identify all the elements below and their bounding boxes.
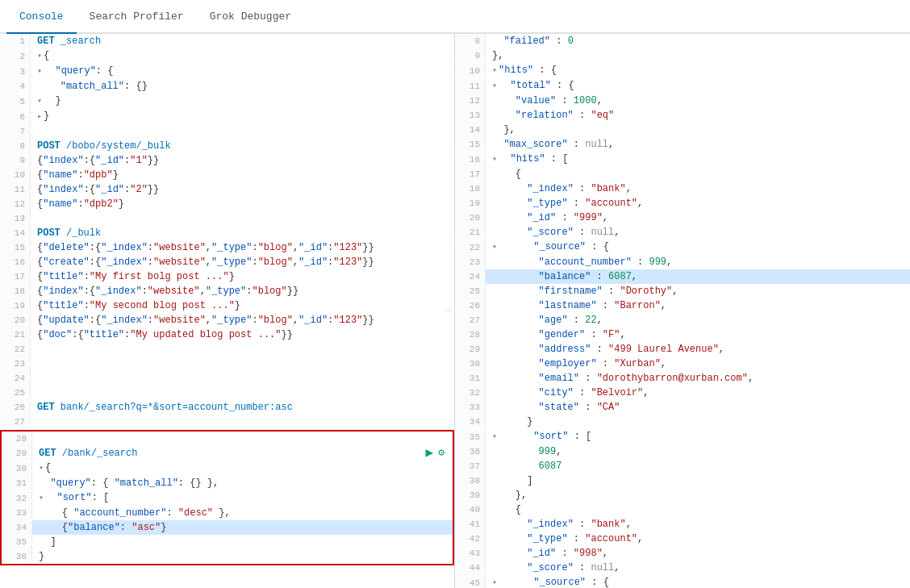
output-viewer[interactable]: 8 "failed" : 09},10▾"hits" : {11▾ "total…: [455, 34, 910, 588]
line-content: "max_score" : null,: [486, 137, 910, 152]
code-line: 35▾ "sort" : [: [455, 429, 910, 444]
line-content: "balance" : 6087,: [486, 269, 910, 284]
tab-console[interactable]: Console: [6, 0, 77, 34]
code-editor[interactable]: 1GET _search2▾{3▾ "query": {4 "match_all…: [0, 34, 454, 588]
line-content: "address" : "499 Laurel Avenue",: [486, 342, 910, 357]
code-line: 32 "city" : "Belvoir",: [455, 386, 910, 400]
line-number: 12: [0, 197, 31, 211]
code-line: 23: [0, 357, 454, 371]
line-content: {"index":{"_id":"2"}}: [31, 182, 454, 197]
panel-resize-handle[interactable]: ⋮: [442, 303, 454, 319]
line-number: 22: [0, 342, 31, 357]
code-line: 33 { "account_number": "desc" },: [2, 506, 453, 520]
line-number: 36: [2, 549, 32, 564]
line-content: "_score" : null,: [486, 225, 910, 240]
line-content: GET bank/_search?q=*&sort=account_number…: [31, 400, 454, 415]
line-number: 3: [0, 65, 31, 79]
line-content: ▾{: [31, 48, 454, 64]
code-line: 17{"title":"My first bolg post ..."}: [0, 269, 454, 284]
line-content: {: [486, 503, 910, 517]
line-number: 27: [455, 313, 486, 327]
code-line: 22▾ "_source" : {: [455, 240, 910, 255]
line-number: 20: [455, 211, 486, 225]
line-content: },: [486, 123, 910, 137]
line-number: 28: [2, 432, 32, 446]
code-line: 24 "balance" : 6087,: [455, 269, 910, 284]
line-content: }: [32, 549, 453, 564]
code-line: 18 "_index" : "bank",: [455, 181, 910, 196]
line-number: 22: [455, 240, 486, 255]
line-content: {"create":{"_index":"website","_type":"b…: [31, 255, 454, 269]
code-line: 12 "value" : 1000,: [455, 94, 910, 108]
line-content: {"index":{"_id":"1"}}: [31, 153, 454, 168]
code-line: 8POST /bobo/system/_bulk: [0, 139, 454, 153]
line-number: 39: [455, 488, 486, 503]
line-content: POST /_bulk: [31, 226, 454, 240]
code-line: 11{"index":{"_id":"2"}}: [0, 182, 454, 197]
code-line: 37 6087: [455, 459, 910, 473]
line-number: 34: [455, 415, 486, 429]
code-line: 25 "firstname" : "Dorothy",: [455, 284, 910, 298]
code-line: 4 "match_all": {}: [0, 79, 454, 94]
line-number: 15: [455, 137, 486, 152]
line-number: 19: [455, 196, 486, 211]
output-panel: 8 "failed" : 09},10▾"hits" : {11▾ "total…: [455, 34, 910, 588]
line-content: {"name":"dpb2"}: [31, 197, 454, 211]
code-line: 30▾{: [2, 461, 453, 476]
line-content: ▾ "_source" : {: [486, 575, 910, 588]
line-content: "_id" : "999",: [486, 211, 910, 225]
code-line: 24: [0, 371, 454, 386]
code-line: 43 "_id" : "998",: [455, 546, 910, 561]
tab-grok-debugger[interactable]: Grok Debugger: [197, 0, 304, 34]
code-line: 40 {: [455, 503, 910, 517]
line-number: 19: [0, 298, 31, 313]
code-line: 38 ]: [455, 473, 910, 488]
code-line: 39 },: [455, 488, 910, 503]
tab-search-profiler[interactable]: Search Profiler: [77, 0, 197, 34]
line-content: },: [486, 488, 910, 503]
line-content: { "account_number": "desc" },: [32, 506, 453, 520]
line-number: 9: [0, 153, 31, 168]
code-line: 21 "_score" : null,: [455, 225, 910, 240]
line-number: 18: [0, 284, 31, 298]
line-number: 5: [0, 94, 31, 109]
code-line: 3▾ "query": {: [0, 64, 454, 79]
line-content: 6087: [486, 459, 910, 473]
line-number: 10: [455, 64, 486, 78]
line-number: 11: [455, 79, 486, 94]
line-number: 31: [2, 476, 32, 490]
line-content: "employer" : "Xurban",: [486, 357, 910, 371]
line-number: 33: [2, 506, 32, 520]
code-line: 36}: [2, 549, 453, 564]
wrench-icon[interactable]: ⚙: [438, 446, 445, 461]
line-content: "state" : "CA": [486, 400, 910, 415]
code-line: 27: [0, 415, 454, 429]
line-number: 10: [0, 168, 31, 182]
line-number: 24: [0, 371, 31, 386]
line-content: ]: [32, 535, 453, 549]
line-content: }: [486, 415, 910, 429]
code-line: 34 }: [455, 415, 910, 429]
code-line: 10{"name":"dpb"}: [0, 168, 454, 182]
run-button[interactable]: ▶: [426, 446, 434, 461]
code-line: 9},: [455, 48, 910, 63]
line-number: 14: [455, 123, 486, 137]
line-content: ▸}: [31, 109, 454, 124]
main-content: 1GET _search2▾{3▾ "query": {4 "match_all…: [0, 34, 910, 588]
line-number: 38: [455, 473, 486, 488]
line-number: 21: [0, 327, 31, 342]
code-line: 26GET bank/_search?q=*&sort=account_numb…: [0, 400, 454, 415]
line-content: ▾ "hits" : [: [486, 152, 910, 167]
line-content: "_index" : "bank",: [486, 181, 910, 196]
line-number: 16: [455, 152, 486, 167]
code-line: 25: [0, 386, 454, 400]
code-line: 2▾{: [0, 48, 454, 64]
code-line: 34 {"balance": "asc"}: [2, 520, 453, 535]
code-line: 30 "employer" : "Xurban",: [455, 357, 910, 371]
line-content: ▾ "sort": [: [32, 490, 453, 506]
line-number: 35: [455, 430, 486, 444]
line-number: 8: [0, 139, 31, 153]
line-content: ▾ }: [31, 94, 454, 109]
code-line: 16▾ "hits" : [: [455, 152, 910, 167]
line-number: 32: [2, 491, 32, 506]
